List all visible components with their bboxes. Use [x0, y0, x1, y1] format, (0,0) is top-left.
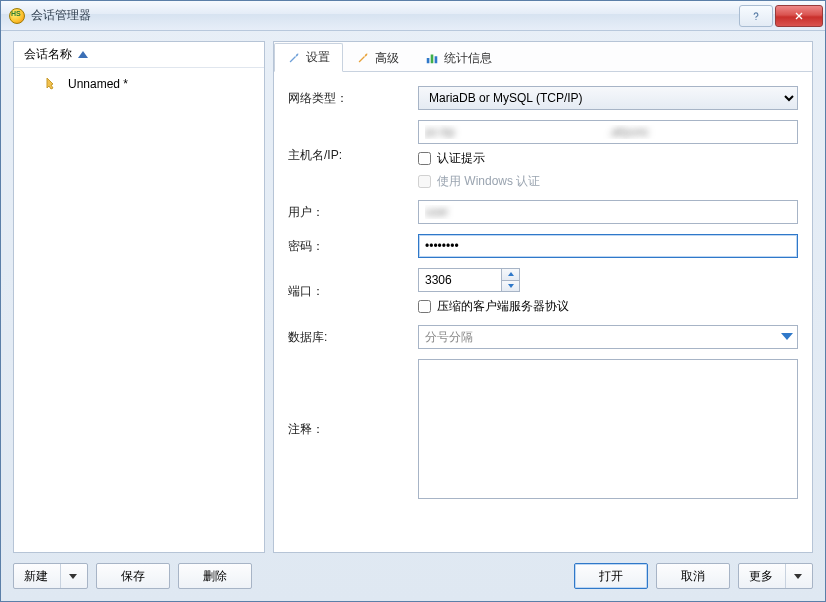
- net-type-select[interactable]: MariaDB or MySQL (TCP/IP): [418, 86, 798, 110]
- bar-chart-icon: [425, 51, 439, 65]
- open-button[interactable]: 打开: [574, 563, 648, 589]
- tab-advanced[interactable]: 高级: [343, 43, 412, 72]
- sort-asc-icon: [78, 51, 88, 58]
- notes-textarea[interactable]: [418, 359, 798, 499]
- cancel-button[interactable]: 取消: [656, 563, 730, 589]
- password-input[interactable]: [418, 234, 798, 258]
- chevron-down-icon: [508, 284, 514, 288]
- session-list: Unnamed *: [14, 68, 264, 552]
- host-label: 主机名/IP:: [288, 147, 398, 164]
- bottom-bar: 新建 保存 删除 打开 取消 更多: [13, 561, 813, 591]
- app-icon: [9, 8, 25, 24]
- session-item-label: Unnamed *: [68, 77, 128, 91]
- notes-label: 注释：: [288, 421, 398, 438]
- svg-rect-3: [435, 56, 438, 63]
- session-icon: [44, 76, 60, 92]
- compress-checkbox-row[interactable]: 压缩的客户端服务器协议: [418, 298, 798, 315]
- host-input[interactable]: [418, 120, 798, 144]
- more-button[interactable]: 更多: [738, 563, 813, 589]
- port-step-down[interactable]: [502, 281, 519, 292]
- port-label: 端口：: [288, 283, 398, 300]
- windows-auth-checkbox-row: 使用 Windows 认证: [418, 173, 798, 190]
- session-list-panel: 会话名称 Unnamed *: [13, 41, 265, 553]
- settings-form: 网络类型： MariaDB or MySQL (TCP/IP) 主机名/IP: …: [274, 72, 812, 552]
- help-button[interactable]: [739, 5, 773, 27]
- auth-prompt-checkbox[interactable]: [418, 152, 431, 165]
- new-button[interactable]: 新建: [13, 563, 88, 589]
- compress-checkbox[interactable]: [418, 300, 431, 313]
- titlebar: 会话管理器: [1, 1, 825, 31]
- password-label: 密码：: [288, 238, 398, 255]
- wrench-icon: [287, 51, 301, 65]
- tab-stats[interactable]: 统计信息: [412, 43, 505, 72]
- chevron-down-icon: [69, 574, 77, 579]
- port-step-up[interactable]: [502, 269, 519, 281]
- tab-settings[interactable]: 设置: [274, 43, 343, 72]
- port-input[interactable]: [418, 268, 502, 292]
- database-label: 数据库:: [288, 329, 398, 346]
- windows-auth-checkbox: [418, 175, 431, 188]
- close-button[interactable]: [775, 5, 823, 27]
- svg-rect-2: [431, 55, 434, 64]
- session-item[interactable]: Unnamed *: [14, 72, 264, 96]
- database-input[interactable]: [418, 325, 798, 349]
- database-dropdown-button[interactable]: [780, 329, 794, 343]
- tab-bar: 设置 高级 统计信息: [274, 42, 812, 72]
- settings-panel: 设置 高级 统计信息 网络类型： MariaDB or MySQL (TCP/I…: [273, 41, 813, 553]
- auth-prompt-checkbox-row[interactable]: 认证提示: [418, 150, 798, 167]
- window-title: 会话管理器: [31, 7, 91, 24]
- user-input[interactable]: [418, 200, 798, 224]
- save-button[interactable]: 保存: [96, 563, 170, 589]
- chevron-up-icon: [508, 272, 514, 276]
- net-type-label: 网络类型：: [288, 90, 398, 107]
- session-list-header-label: 会话名称: [24, 46, 72, 63]
- delete-button[interactable]: 删除: [178, 563, 252, 589]
- chevron-down-icon: [794, 574, 802, 579]
- session-list-header[interactable]: 会话名称: [14, 42, 264, 68]
- svg-rect-1: [427, 58, 430, 63]
- chevron-down-icon: [781, 333, 793, 340]
- user-label: 用户：: [288, 204, 398, 221]
- port-spinner[interactable]: [418, 268, 798, 292]
- session-manager-window: 会话管理器 会话名称 Unnamed *: [0, 0, 826, 602]
- wrench-icon: [356, 51, 370, 65]
- svg-point-0: [755, 18, 756, 19]
